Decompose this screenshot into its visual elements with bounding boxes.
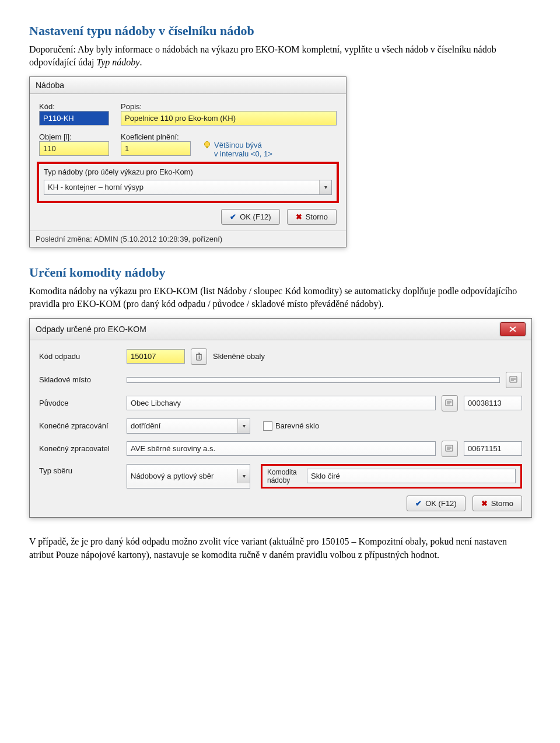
konec-zpracovatel-label: Konečný zpracovatel	[39, 444, 121, 453]
popis-label: Popis:	[121, 102, 337, 111]
komodita-field[interactable]: Sklo čiré	[307, 469, 516, 483]
kod-odpadu-label: Kód odpadu	[39, 352, 121, 361]
typ-nadoby-label: Typ nádoby (pro účely výkazu pro Eko-Kom…	[44, 168, 332, 176]
trash-icon	[195, 352, 203, 361]
dialog-footer: Poslední změna: ADMIN (5.10.2012 10:28:3…	[30, 231, 346, 247]
dialog2-title: Odpady určené pro EKO-KOM	[36, 325, 146, 334]
heading-urceni: Určení komodity nádoby	[29, 265, 531, 280]
note-icon	[445, 399, 454, 407]
komodita-label: Komodita nádoby	[267, 468, 302, 485]
komodita-highlight: Komodita nádoby Sklo čiré	[261, 464, 522, 489]
konec-zpracovatel-code-field[interactable]: 00671151	[464, 441, 522, 456]
para-doporuceni: Doporučení: Aby byly informace o nádobác…	[29, 43, 531, 69]
sklad-field[interactable]	[127, 377, 500, 383]
svg-rect-1	[206, 146, 208, 148]
svg-point-0	[205, 141, 210, 146]
kod-odpadu-field[interactable]: 150107	[127, 349, 185, 364]
ok-button[interactable]: ✔ OK (F12)	[221, 209, 279, 225]
dialog-nadoba: Nádoba Kód: P110-KH Popis: Popelnice 110…	[29, 76, 346, 247]
para-final: V případě, že je pro daný kód odpadu mož…	[29, 535, 531, 561]
objem-field[interactable]: 110	[39, 141, 109, 156]
lookup-icon-button[interactable]	[442, 395, 458, 411]
trash-icon-button[interactable]	[191, 348, 207, 365]
ok-button[interactable]: ✔ OK (F12)	[407, 496, 465, 511]
objem-label: Objem [l]:	[39, 132, 109, 141]
kod-label: Kód:	[39, 102, 109, 111]
window-close-button[interactable]	[500, 322, 526, 336]
check-icon: ✔	[230, 212, 236, 221]
typ-sberu-label: Typ sběru	[39, 464, 121, 489]
konec-zpracovatel-field[interactable]: AVE sběrné suroviny a.s.	[127, 441, 436, 456]
close-icon: ✖	[481, 499, 488, 508]
puvodce-field[interactable]: Obec Libchavy	[127, 396, 436, 410]
puvodce-label: Původce	[39, 399, 121, 407]
storno-button[interactable]: ✖ Storno	[473, 496, 522, 511]
typ-nadoby-highlight: Typ nádoby (pro účely výkazu pro Eko-Kom…	[37, 162, 339, 203]
typ-sberu-dropdown[interactable]: Nádobový a pytlový sběr ▾	[127, 464, 250, 489]
chevron-down-icon[interactable]: ▾	[319, 180, 331, 194]
lookup-icon-button[interactable]	[506, 372, 522, 388]
note-icon	[445, 445, 454, 453]
dialog-title: Nádoba	[30, 77, 346, 94]
kod-odpadu-desc: Skleněné obaly	[213, 352, 265, 361]
koef-label: Koeficient plnění:	[121, 132, 191, 141]
storno-button[interactable]: ✖ Storno	[287, 209, 337, 225]
lookup-icon-button[interactable]	[442, 441, 458, 457]
kod-field[interactable]: P110-KH	[39, 111, 109, 125]
puvodce-code-field[interactable]: 00038113	[464, 396, 522, 410]
sklad-label: Skladové místo	[39, 375, 121, 384]
bulb-icon	[202, 141, 212, 150]
typ-nadoby-dropdown[interactable]: KH - kontejner – horní výsyp ▾	[44, 180, 332, 195]
barevne-sklo-checkbox[interactable]	[263, 421, 272, 431]
barevne-sklo-label: Barevné sklo	[275, 421, 319, 430]
dialog-odpady: Odpady určené pro EKO-KOM Kód odpadu 150…	[29, 318, 532, 518]
note-icon	[509, 376, 519, 384]
svg-rect-2	[197, 354, 201, 360]
konec-zprac-dropdown[interactable]: dotřídění ▾	[127, 418, 250, 434]
chevron-down-icon[interactable]: ▾	[237, 419, 250, 433]
close-icon: ✖	[296, 212, 302, 221]
close-icon	[509, 326, 516, 332]
popis-field[interactable]: Popelnice 110 pro Eko-kom (KH)	[121, 111, 337, 125]
koef-field[interactable]: 1	[121, 141, 191, 156]
konec-zprac-label: Konečné zpracování	[39, 421, 121, 430]
para-komodita: Komodita nádoby na výkazu pro EKO-KOM (l…	[29, 285, 531, 311]
check-icon: ✔	[415, 499, 422, 508]
chevron-down-icon[interactable]: ▾	[237, 469, 250, 483]
heading-nastaveni: Nastavení typu nádoby v číselníku nádob	[29, 23, 531, 39]
